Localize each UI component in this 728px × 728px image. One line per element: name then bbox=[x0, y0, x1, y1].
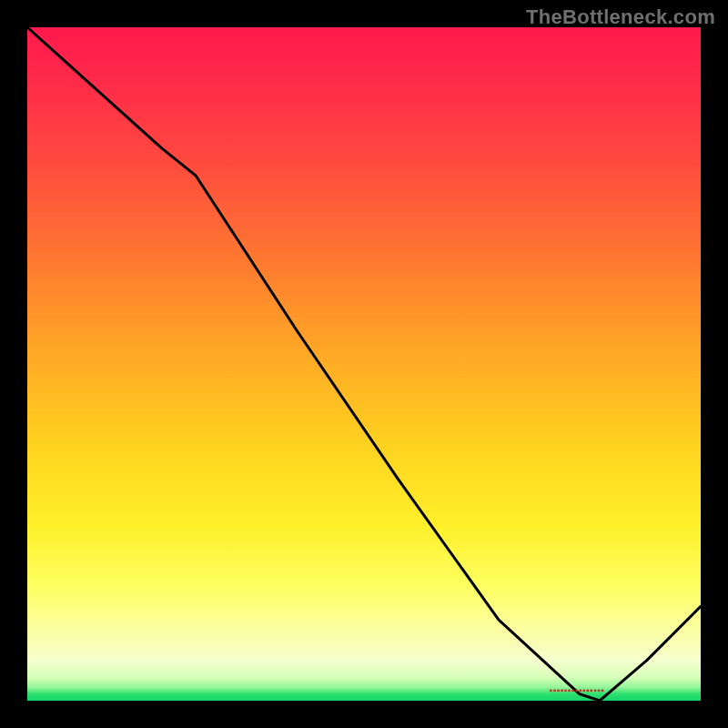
curve-svg bbox=[27, 27, 701, 701]
optimal-range-marker: ▪▪▪▪▪▪▪▪▪▪▪▪▪▪▪ bbox=[550, 686, 605, 695]
plot-area: ▪▪▪▪▪▪▪▪▪▪▪▪▪▪▪ bbox=[27, 27, 701, 701]
bottleneck-curve bbox=[27, 27, 701, 701]
watermark-text: TheBottleneck.com bbox=[526, 5, 715, 29]
chart-frame: TheBottleneck.com ▪▪▪▪▪▪▪▪▪▪▪▪▪▪▪ bbox=[0, 0, 728, 728]
